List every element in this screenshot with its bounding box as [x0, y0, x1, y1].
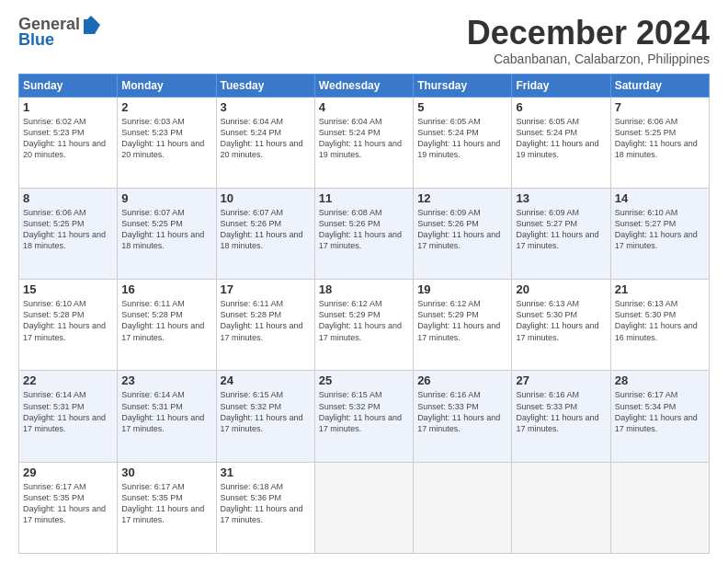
calendar-week-row: 8 Sunrise: 6:06 AM Sunset: 5:25 PM Dayli…: [19, 188, 710, 279]
day-info: Sunrise: 6:04 AM Sunset: 5:24 PM Dayligh…: [319, 116, 409, 161]
day-info: Sunrise: 6:03 AM Sunset: 5:23 PM Dayligh…: [121, 116, 211, 161]
day-number: 27: [516, 373, 606, 387]
calendar-week-row: 29 Sunrise: 6:17 AM Sunset: 5:35 PM Dayl…: [19, 462, 710, 553]
header: General Blue December 2024 Cabanbanan, C…: [18, 15, 710, 66]
table-row: 27 Sunrise: 6:16 AM Sunset: 5:33 PM Dayl…: [512, 371, 610, 462]
day-number: 28: [615, 373, 705, 387]
day-info: Sunrise: 6:11 AM Sunset: 5:28 PM Dayligh…: [121, 298, 211, 343]
table-row: 29 Sunrise: 6:17 AM Sunset: 5:35 PM Dayl…: [19, 462, 118, 553]
month-title: December 2024: [467, 15, 710, 52]
day-info: Sunrise: 6:12 AM Sunset: 5:29 PM Dayligh…: [319, 298, 409, 343]
day-info: Sunrise: 6:14 AM Sunset: 5:31 PM Dayligh…: [121, 389, 211, 434]
day-info: Sunrise: 6:10 AM Sunset: 5:28 PM Dayligh…: [23, 298, 113, 343]
table-row: 3 Sunrise: 6:04 AM Sunset: 5:24 PM Dayli…: [216, 97, 314, 188]
table-row: 1 Sunrise: 6:02 AM Sunset: 5:23 PM Dayli…: [19, 97, 118, 188]
table-row: 20 Sunrise: 6:13 AM Sunset: 5:30 PM Dayl…: [512, 280, 610, 371]
table-row: 11 Sunrise: 6:08 AM Sunset: 5:26 PM Dayl…: [314, 188, 413, 279]
table-row: 24 Sunrise: 6:15 AM Sunset: 5:32 PM Dayl…: [216, 371, 314, 462]
day-info: Sunrise: 6:02 AM Sunset: 5:23 PM Dayligh…: [23, 116, 113, 161]
col-tuesday: Tuesday: [216, 74, 314, 97]
table-row: 9 Sunrise: 6:07 AM Sunset: 5:25 PM Dayli…: [118, 188, 216, 279]
table-row: 25 Sunrise: 6:15 AM Sunset: 5:32 PM Dayl…: [314, 371, 413, 462]
day-number: 1: [23, 100, 113, 114]
day-number: 20: [516, 282, 606, 296]
day-info: Sunrise: 6:15 AM Sunset: 5:32 PM Dayligh…: [221, 389, 311, 434]
day-info: Sunrise: 6:09 AM Sunset: 5:26 PM Dayligh…: [417, 207, 507, 252]
table-row: [610, 462, 709, 553]
day-info: Sunrise: 6:07 AM Sunset: 5:25 PM Dayligh…: [121, 207, 211, 252]
day-info: Sunrise: 6:06 AM Sunset: 5:25 PM Dayligh…: [23, 207, 113, 252]
calendar-week-row: 22 Sunrise: 6:14 AM Sunset: 5:31 PM Dayl…: [19, 371, 710, 462]
day-number: 7: [615, 100, 705, 114]
day-number: 11: [319, 191, 409, 205]
table-row: 16 Sunrise: 6:11 AM Sunset: 5:28 PM Dayl…: [118, 280, 216, 371]
day-number: 4: [319, 100, 409, 114]
day-info: Sunrise: 6:09 AM Sunset: 5:27 PM Dayligh…: [516, 207, 606, 252]
day-number: 16: [121, 282, 211, 296]
day-info: Sunrise: 6:05 AM Sunset: 5:24 PM Dayligh…: [516, 116, 606, 161]
table-row: [314, 462, 413, 553]
day-info: Sunrise: 6:16 AM Sunset: 5:33 PM Dayligh…: [417, 389, 507, 434]
day-number: 30: [121, 465, 211, 479]
day-number: 17: [221, 282, 311, 296]
day-info: Sunrise: 6:10 AM Sunset: 5:27 PM Dayligh…: [615, 207, 705, 252]
day-number: 24: [221, 373, 311, 387]
day-info: Sunrise: 6:15 AM Sunset: 5:32 PM Dayligh…: [319, 389, 409, 434]
day-number: 14: [615, 191, 705, 205]
logo: General Blue: [18, 15, 100, 50]
day-info: Sunrise: 6:14 AM Sunset: 5:31 PM Dayligh…: [23, 389, 113, 434]
day-number: 19: [417, 282, 507, 296]
calendar-week-row: 1 Sunrise: 6:02 AM Sunset: 5:23 PM Dayli…: [19, 97, 710, 188]
day-number: 18: [319, 282, 409, 296]
svg-marker-1: [87, 16, 95, 19]
table-row: 15 Sunrise: 6:10 AM Sunset: 5:28 PM Dayl…: [19, 280, 118, 371]
calendar-header-row: Sunday Monday Tuesday Wednesday Thursday…: [19, 74, 710, 97]
table-row: 19 Sunrise: 6:12 AM Sunset: 5:29 PM Dayl…: [414, 280, 512, 371]
day-info: Sunrise: 6:13 AM Sunset: 5:30 PM Dayligh…: [615, 298, 705, 343]
day-info: Sunrise: 6:06 AM Sunset: 5:25 PM Dayligh…: [615, 116, 705, 161]
day-info: Sunrise: 6:08 AM Sunset: 5:26 PM Dayligh…: [319, 207, 409, 252]
day-number: 8: [23, 191, 113, 205]
day-number: 23: [121, 373, 211, 387]
day-info: Sunrise: 6:17 AM Sunset: 5:35 PM Dayligh…: [121, 481, 211, 526]
day-number: 31: [221, 465, 311, 479]
table-row: 31 Sunrise: 6:18 AM Sunset: 5:36 PM Dayl…: [216, 462, 314, 553]
table-row: 4 Sunrise: 6:04 AM Sunset: 5:24 PM Dayli…: [314, 97, 413, 188]
table-row: 30 Sunrise: 6:17 AM Sunset: 5:35 PM Dayl…: [118, 462, 216, 553]
day-info: Sunrise: 6:12 AM Sunset: 5:29 PM Dayligh…: [417, 298, 507, 343]
svg-marker-0: [84, 19, 100, 34]
day-number: 25: [319, 373, 409, 387]
col-saturday: Saturday: [610, 74, 709, 97]
col-thursday: Thursday: [414, 74, 512, 97]
day-info: Sunrise: 6:05 AM Sunset: 5:24 PM Dayligh…: [417, 116, 507, 161]
day-number: 3: [221, 100, 311, 114]
day-info: Sunrise: 6:17 AM Sunset: 5:34 PM Dayligh…: [615, 389, 705, 434]
table-row: 12 Sunrise: 6:09 AM Sunset: 5:26 PM Dayl…: [414, 188, 512, 279]
col-wednesday: Wednesday: [314, 74, 413, 97]
table-row: 13 Sunrise: 6:09 AM Sunset: 5:27 PM Dayl…: [512, 188, 610, 279]
col-friday: Friday: [512, 74, 610, 97]
page: General Blue December 2024 Cabanbanan, C…: [0, 0, 728, 563]
table-row: 28 Sunrise: 6:17 AM Sunset: 5:34 PM Dayl…: [610, 371, 709, 462]
calendar-week-row: 15 Sunrise: 6:10 AM Sunset: 5:28 PM Dayl…: [19, 280, 710, 371]
day-number: 5: [417, 100, 507, 114]
table-row: 26 Sunrise: 6:16 AM Sunset: 5:33 PM Dayl…: [414, 371, 512, 462]
table-row: 23 Sunrise: 6:14 AM Sunset: 5:31 PM Dayl…: [118, 371, 216, 462]
table-row: 18 Sunrise: 6:12 AM Sunset: 5:29 PM Dayl…: [314, 280, 413, 371]
day-number: 2: [121, 100, 211, 114]
subtitle: Cabanbanan, Calabarzon, Philippines: [467, 52, 710, 66]
table-row: 7 Sunrise: 6:06 AM Sunset: 5:25 PM Dayli…: [610, 97, 709, 188]
day-number: 15: [23, 282, 113, 296]
day-number: 6: [516, 100, 606, 114]
logo-bird-icon: [82, 16, 100, 34]
day-number: 29: [23, 465, 113, 479]
table-row: 8 Sunrise: 6:06 AM Sunset: 5:25 PM Dayli…: [19, 188, 118, 279]
day-info: Sunrise: 6:11 AM Sunset: 5:28 PM Dayligh…: [221, 298, 311, 343]
day-info: Sunrise: 6:18 AM Sunset: 5:36 PM Dayligh…: [221, 481, 311, 526]
table-row: 17 Sunrise: 6:11 AM Sunset: 5:28 PM Dayl…: [216, 280, 314, 371]
calendar-table: Sunday Monday Tuesday Wednesday Thursday…: [18, 74, 710, 554]
table-row: 21 Sunrise: 6:13 AM Sunset: 5:30 PM Dayl…: [610, 280, 709, 371]
logo-blue: Blue: [18, 30, 54, 50]
day-info: Sunrise: 6:07 AM Sunset: 5:26 PM Dayligh…: [221, 207, 311, 252]
table-row: 10 Sunrise: 6:07 AM Sunset: 5:26 PM Dayl…: [216, 188, 314, 279]
